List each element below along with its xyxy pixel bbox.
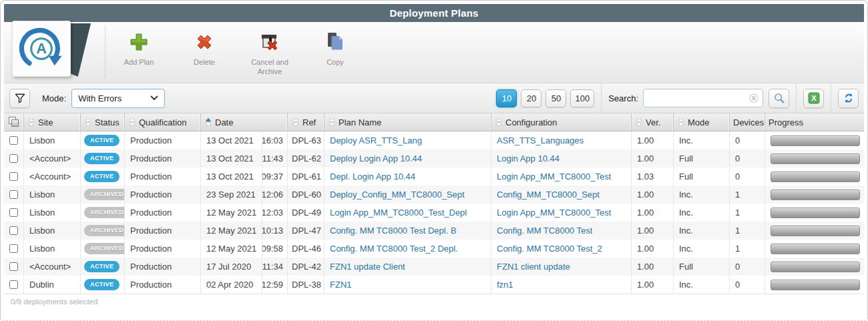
copy-button[interactable]: Copy	[303, 30, 367, 67]
configuration-link[interactable]: Login App_MM_TC8000_Test	[497, 208, 611, 218]
table-row: <Account> ACTIVE Production 17 Jul 2020 …	[4, 258, 864, 276]
progress-bar	[771, 226, 860, 236]
site-cell: Lisbon	[24, 240, 81, 258]
row-checkbox[interactable]	[9, 244, 18, 253]
plan-name-cell: Login App_MM_TC8000_Test_Depl	[324, 204, 491, 222]
plan-name-link[interactable]: FZN1	[330, 280, 352, 290]
row-select-cell	[4, 186, 24, 204]
search-button[interactable]	[769, 89, 789, 108]
status-cell: ACTIVE	[81, 168, 125, 186]
column-header-date[interactable]: Date	[201, 113, 288, 131]
status-badge: ACTIVE	[84, 153, 120, 164]
table-header-row: Site Status Qualification Date Ref Plan …	[4, 113, 864, 131]
progress-cell	[765, 131, 864, 149]
column-header-ref[interactable]: Ref	[288, 113, 324, 131]
table-body: Lisbon ACTIVE Production 13 Oct 2021 16:…	[4, 131, 864, 294]
row-select-cell	[4, 258, 24, 276]
configuration-link[interactable]: FZN1 client update	[497, 262, 570, 272]
row-checkbox[interactable]	[9, 226, 18, 235]
configuration-link[interactable]: Config. MM TC8000 Test	[497, 226, 592, 236]
devices-cell: 0	[730, 258, 765, 276]
ref-cell: DPL-60	[288, 186, 324, 204]
page-size-10-button[interactable]: 10	[496, 89, 517, 107]
add-plan-label: Add Plan	[112, 58, 166, 67]
cancel-archive-label: Cancel and Archive	[243, 58, 296, 77]
plan-name-link[interactable]: FZN1 update Client	[330, 262, 405, 272]
column-header-mode[interactable]: Mode	[674, 113, 730, 131]
plan-name-cell: Deploy ASR_TTS_Lang	[324, 131, 491, 149]
status-badge: ARCHIVED	[84, 207, 125, 218]
qualification-cell: Production	[125, 276, 201, 294]
sort-arrows-icon	[85, 118, 91, 126]
row-checkbox[interactable]	[9, 262, 18, 271]
column-header-site[interactable]: Site	[24, 113, 81, 131]
qualification-cell: Production	[125, 149, 201, 168]
add-plan-button[interactable]: Add Plan	[107, 30, 171, 67]
row-checkbox[interactable]	[9, 136, 18, 145]
plan-name-link[interactable]: Depl. Login App 10.44	[330, 172, 415, 182]
configuration-cell: ASR_TTS_Languages	[491, 131, 632, 149]
devices-cell: 1	[730, 240, 765, 258]
column-header-configuration[interactable]: Configuration	[491, 113, 632, 131]
configuration-link[interactable]: ASR_TTS_Languages	[497, 135, 584, 145]
progress-cell	[765, 240, 864, 258]
select-all-header[interactable]	[4, 113, 24, 131]
progress-cell	[765, 186, 864, 204]
cancel-archive-button[interactable]: Cancel and Archive	[238, 30, 302, 77]
time-cell: 11:34	[262, 258, 288, 276]
ref-cell: DPL-63	[288, 131, 324, 149]
search-input[interactable]	[643, 89, 763, 107]
page-size-100-button[interactable]: 100	[570, 89, 594, 107]
clear-search-icon[interactable]	[749, 93, 758, 103]
column-header-qualification[interactable]: Qualification	[125, 113, 201, 131]
page-size-50-button[interactable]: 50	[546, 89, 566, 107]
version-cell: 1.03	[632, 168, 674, 186]
export-excel-button[interactable]: X	[803, 89, 824, 108]
plan-name-cell: Deploy Login App 10.44	[324, 149, 491, 168]
plan-name-link[interactable]: Deploy ASR_TTS_Lang	[330, 135, 422, 145]
plan-name-cell: FZN1	[324, 276, 491, 294]
site-cell: <Account>	[24, 149, 81, 168]
column-header-version[interactable]: Ver.	[632, 113, 674, 131]
plan-name-link[interactable]: Config. MM TC8000 Test Depl. B	[330, 226, 457, 236]
plan-name-link[interactable]: Deploy Login App 10.44	[330, 153, 422, 164]
row-select-cell	[4, 149, 24, 168]
mode-select-value: With Errors	[78, 93, 122, 103]
refresh-button[interactable]	[838, 89, 859, 108]
configuration-link[interactable]: Login App_MM_TC8000_Test	[497, 172, 611, 182]
mode-cell: Inc.	[674, 204, 730, 222]
row-checkbox[interactable]	[9, 172, 18, 181]
plan-name-link[interactable]: Deploy_Config_MM_TC8000_Sept	[330, 190, 465, 200]
configuration-link[interactable]: Config_MM_TC8000_Sept	[497, 190, 600, 200]
copy-pages-icon	[325, 30, 345, 54]
column-header-plan-name[interactable]: Plan Name	[324, 113, 491, 131]
row-checkbox[interactable]	[9, 208, 18, 217]
column-header-status[interactable]: Status	[81, 113, 125, 131]
mode-cell: Full	[674, 149, 730, 168]
mode-cell: Full	[674, 168, 730, 186]
select-all-icon[interactable]	[9, 117, 19, 127]
configuration-cell: Login App_MM_TC8000_Test	[491, 204, 632, 222]
status-badge: ACTIVE	[84, 279, 120, 290]
delete-label: Delete	[178, 58, 231, 67]
row-checkbox[interactable]	[9, 280, 18, 289]
mode-select[interactable]: With Errors	[71, 89, 165, 108]
plan-name-link[interactable]: Config. MM TC8000 Test_2 Depl.	[330, 244, 458, 254]
configuration-link[interactable]: fzn1	[497, 280, 513, 290]
page-size-20-button[interactable]: 20	[521, 89, 541, 107]
qualification-cell: Production	[125, 168, 201, 186]
row-checkbox[interactable]	[9, 190, 18, 199]
date-cell: 17 Jul 2020	[201, 258, 262, 276]
configuration-link[interactable]: Config. MM TC8000 Test_2	[497, 244, 602, 254]
version-cell: 1.00	[632, 204, 674, 222]
delete-button[interactable]: Delete	[172, 30, 236, 67]
plan-name-link[interactable]: Login App_MM_TC8000_Test_Depl	[330, 208, 467, 218]
row-checkbox[interactable]	[9, 154, 18, 163]
page-size-group: 10 20 50 100	[496, 89, 594, 107]
progress-bar	[771, 190, 860, 200]
configuration-cell: Config. MM TC8000 Test	[491, 222, 632, 240]
devices-cell: 1	[730, 186, 765, 204]
configuration-link[interactable]: Login App 10.44	[497, 153, 560, 164]
filter-funnel-button[interactable]	[9, 89, 30, 108]
filter-bar: Mode: With Errors 10 20 50 100 Search:	[4, 83, 864, 113]
